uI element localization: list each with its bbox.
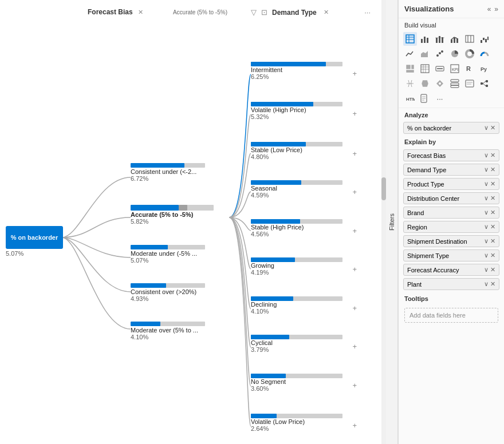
explain-remove-0[interactable]: ✕ — [490, 152, 495, 159]
dt-add-4[interactable]: + — [352, 188, 357, 196]
demand-type-expand-icon[interactable]: ⊡ — [261, 8, 267, 17]
icon-ribbon[interactable] — [463, 32, 477, 46]
icon-pie-chart[interactable] — [448, 47, 462, 61]
explain-field-8[interactable]: Forecast Accuracy ∨ ✕ — [403, 264, 499, 276]
explain-field-0[interactable]: Forecast Bias ∨ ✕ — [403, 149, 499, 161]
explain-dropdown-2[interactable]: ∨ — [484, 180, 489, 188]
forecast-bias-close[interactable]: ✕ — [138, 9, 143, 15]
analyze-field-dropdown[interactable]: ∨ — [484, 124, 489, 132]
icon-line-bar[interactable] — [448, 32, 462, 46]
explain-dropdown-4[interactable]: ∨ — [484, 209, 489, 216]
icon-kpi[interactable]: KPI — [448, 62, 462, 76]
svg-text:HTML: HTML — [406, 97, 415, 102]
icon-multi-row-card[interactable] — [448, 77, 462, 90]
icon-donut-chart[interactable] — [463, 47, 477, 61]
explain-dropdown-7[interactable]: ∨ — [484, 252, 489, 259]
demand-type-more[interactable]: ··· — [364, 8, 371, 17]
icon-filled-map[interactable] — [418, 77, 432, 90]
icon-bar-chart[interactable] — [418, 32, 432, 46]
icon-r-visual[interactable]: R — [463, 62, 477, 76]
fb-label-1: Consistent under (<-2... — [131, 168, 225, 175]
svg-rect-48 — [466, 80, 474, 87]
explain-remove-6[interactable]: ✕ — [490, 237, 495, 245]
build-visual-label: Build visual — [399, 18, 504, 31]
dt-add-5[interactable]: + — [352, 227, 357, 235]
explain-remove-4[interactable]: ✕ — [490, 209, 495, 216]
filters-tab[interactable]: Filters — [386, 0, 398, 444]
right-panel: Visualizations « » Build visual — [398, 0, 504, 444]
icon-more-visuals[interactable]: ··· — [433, 92, 447, 105]
icon-python-visual[interactable]: Py — [478, 62, 491, 76]
explain-remove-2[interactable]: ✕ — [490, 180, 495, 188]
svg-rect-52 — [486, 80, 488, 82]
explain-field-9[interactable]: Plant ∨ ✕ — [403, 278, 499, 290]
scrollbar-track[interactable] — [381, 0, 386, 444]
icon-paginated[interactable] — [418, 92, 432, 105]
dt-add-3[interactable]: + — [352, 149, 357, 158]
dt-label-10: Volatile (Low Price) — [251, 418, 305, 425]
demand-type-close[interactable]: ✕ — [324, 9, 329, 16]
explain-field-3[interactable]: Distribution Center ∨ ✕ — [403, 192, 499, 204]
icon-table[interactable] — [403, 32, 417, 46]
svg-rect-47 — [451, 85, 459, 88]
explain-dropdown-3[interactable]: ∨ — [484, 195, 489, 202]
icon-matrix[interactable] — [418, 62, 432, 76]
icon-gauge[interactable] — [478, 47, 491, 61]
explain-field-7[interactable]: Shipment Type ∨ ✕ — [403, 249, 499, 261]
chart-area: % on backorder 5.07% Forecast Bias ✕ Acc… — [0, 0, 504, 444]
explain-dropdown-5[interactable]: ∨ — [484, 223, 489, 231]
tooltips-box[interactable]: Add data fields here — [404, 308, 498, 323]
explain-remove-5[interactable]: ✕ — [490, 223, 495, 231]
dt-node-3: Stable (Low Price) 4.80% + — [251, 142, 357, 160]
fb-label-5: Moderate over (5% to ... — [131, 327, 225, 334]
dt-add-2[interactable]: + — [352, 109, 357, 118]
icon-azure-map[interactable] — [433, 77, 447, 90]
analyze-field-remove[interactable]: ✕ — [490, 124, 495, 132]
dt-add-1[interactable]: + — [352, 69, 357, 78]
explain-dropdown-8[interactable]: ∨ — [484, 266, 489, 273]
dt-add-7[interactable]: + — [352, 304, 357, 312]
svg-rect-0 — [406, 35, 414, 43]
explain-field-5[interactable]: Region ∨ ✕ — [403, 221, 499, 233]
icon-stacked-bar[interactable] — [433, 32, 447, 46]
svg-text:KPI: KPI — [452, 68, 458, 72]
fb-node-2[interactable]: Accurate (5% to -5%) 5.82% — [131, 205, 228, 225]
explain-field-1[interactable]: Demand Type ∨ ✕ — [403, 164, 499, 176]
explain-remove-1[interactable]: ✕ — [490, 166, 495, 173]
forecast-bias-header: Forecast Bias ✕ Accurate (5% to -5%) — [83, 6, 232, 18]
dt-add-9[interactable]: + — [352, 381, 357, 390]
icon-area-chart[interactable] — [418, 47, 432, 61]
explain-dropdown-6[interactable]: ∨ — [484, 237, 489, 245]
icon-card[interactable] — [433, 62, 447, 76]
icon-map[interactable] — [403, 77, 417, 90]
demand-type-filter-icon[interactable]: ▽ — [251, 8, 257, 17]
icon-treemap[interactable] — [403, 62, 417, 76]
viz-expand-btn[interactable]: » — [494, 5, 498, 13]
explain-field-6[interactable]: Shipment Destination ∨ ✕ — [403, 235, 499, 247]
icon-scatter[interactable] — [433, 47, 447, 61]
dt-node-8: Cyclical 3.79% + — [251, 335, 357, 353]
explain-remove-7[interactable]: ✕ — [490, 252, 495, 259]
explain-field-2[interactable]: Product Type ∨ ✕ — [403, 178, 499, 190]
explain-dropdown-9[interactable]: ∨ — [484, 280, 489, 288]
icon-waterfall[interactable] — [478, 32, 491, 46]
explain-remove-8[interactable]: ✕ — [490, 266, 495, 273]
analyze-field[interactable]: % on backorder ∨ ✕ — [403, 122, 499, 134]
icon-smart-narrative[interactable] — [463, 77, 477, 90]
icon-html5[interactable]: HTML — [403, 92, 417, 105]
explain-field-4[interactable]: Brand ∨ ✕ — [403, 207, 499, 219]
explain-remove-3[interactable]: ✕ — [490, 195, 495, 202]
icon-line-chart[interactable] — [403, 47, 417, 61]
icon-decomp-tree[interactable] — [478, 77, 491, 90]
dt-add-8[interactable]: + — [352, 342, 357, 351]
explain-dropdown-1[interactable]: ∨ — [484, 166, 489, 173]
explain-dropdown-0[interactable]: ∨ — [484, 152, 489, 159]
dt-add-10[interactable]: + — [352, 421, 357, 430]
analyze-label: Analyze — [399, 108, 504, 121]
scrollbar-thumb[interactable] — [381, 177, 386, 200]
viz-collapse-btn[interactable]: « — [487, 5, 491, 13]
svg-line-55 — [483, 84, 486, 86]
dt-add-6[interactable]: + — [352, 265, 357, 273]
fb-node-3: Moderate under (-5% ... 5.07% — [131, 245, 225, 264]
explain-remove-9[interactable]: ✕ — [490, 280, 495, 288]
